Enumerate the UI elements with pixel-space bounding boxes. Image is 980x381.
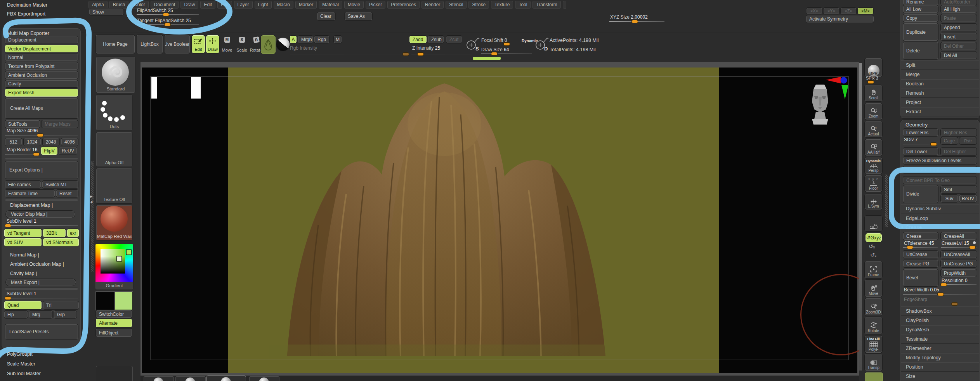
map-size-option-button[interactable]: 512 [5, 138, 22, 145]
menu-item[interactable]: Stencil [446, 1, 467, 9]
menu-item[interactable]: Movie [344, 1, 364, 9]
current-stroke-tile[interactable]: Dots [96, 94, 133, 131]
menu-item[interactable]: Marker [295, 1, 317, 9]
subtool-section-row[interactable]: Merge [901, 70, 979, 79]
rotate-z-icon[interactable]: ↺z [870, 252, 876, 258]
polyframe-button[interactable]: Line Fill PolyF [865, 336, 882, 353]
main-color-swatch[interactable] [96, 292, 114, 310]
subtool-thumb[interactable] [144, 376, 174, 381]
dynamic-brush-badge[interactable]: D [534, 36, 550, 54]
subtool-section-row[interactable]: Split [901, 61, 979, 70]
all-low-button[interactable]: All Low [903, 5, 938, 13]
geometry-section-row[interactable]: ZRemesher [901, 344, 979, 353]
crease-button[interactable]: Crease [903, 232, 938, 240]
left-tray-resize-gutter[interactable] [91, 161, 94, 272]
current-material-sphere[interactable] [276, 38, 290, 51]
geometry-section-row[interactable]: DynaMesh [901, 325, 979, 334]
subtool-section-row[interactable]: Remesh [901, 88, 979, 98]
displacement-button[interactable]: Displacement [5, 36, 78, 43]
suv-button[interactable]: Suv [941, 195, 958, 202]
cage-button[interactable]: Cage [941, 137, 958, 144]
move-3d-button[interactable]: Move [865, 280, 882, 297]
map-size-option-button[interactable]: 2048 [43, 138, 59, 145]
xpose-button[interactable] [865, 372, 883, 381]
append-button[interactable]: Append [941, 24, 977, 31]
secondary-color-swatch[interactable] [114, 292, 133, 310]
menu-item[interactable]: Tool [515, 1, 531, 9]
current-alpha-tile[interactable]: Alpha Off [96, 132, 133, 167]
scroll-button[interactable]: Scroll [865, 85, 882, 101]
menu-item[interactable]: Alpha [88, 1, 108, 9]
subdiv-level-slider-track[interactable] [5, 225, 78, 226]
mesh-export-section[interactable]: Mesh Export | [6, 279, 76, 286]
divide-button[interactable]: Divide [903, 185, 938, 203]
reset-button[interactable]: Reset [56, 190, 78, 197]
move-button[interactable]: M Move [220, 35, 234, 53]
uncrease-all-button[interactable]: UnCreaseAll [941, 251, 977, 258]
menu-item[interactable]: Render [421, 1, 444, 9]
zsub-button[interactable]: Zsub [428, 36, 444, 43]
aahalf-button[interactable]: AAHalf [865, 139, 882, 156]
sculpt-canvas[interactable] [140, 62, 859, 381]
crease-pg-button[interactable]: Crease PG [903, 260, 938, 267]
export-mesh-button[interactable]: Export Mesh [5, 89, 78, 97]
create-all-maps-button[interactable]: Create All Maps [5, 98, 78, 118]
tangent-flipandswitch-slider-handle[interactable] [165, 23, 170, 26]
quad-button[interactable]: Quad [4, 301, 42, 309]
bevel-width-slider-handle[interactable] [938, 293, 944, 296]
del-lower-button[interactable]: Del Lower [903, 148, 938, 155]
draw-button[interactable]: Draw [206, 35, 219, 53]
bpr-render-button[interactable]: BPR [865, 58, 882, 77]
menu-item[interactable]: Macro [274, 1, 293, 9]
rename-button[interactable]: Rename [903, 0, 938, 5]
menu-item[interactable]: Brush [109, 1, 128, 9]
subtool-section-row[interactable]: Project [901, 98, 979, 107]
mrg-button[interactable]: Mrg [29, 311, 52, 318]
ctolerance-slider-handle[interactable] [907, 246, 913, 249]
geometry-section-row[interactable]: Position [901, 362, 979, 372]
palette-bottom-tile[interactable] [96, 366, 133, 381]
draw-size-slider-handle[interactable] [491, 52, 497, 55]
polymesh-preview-button[interactable] [261, 35, 276, 54]
vd-exr-button[interactable]: exr [67, 229, 79, 237]
subtool-thumb[interactable] [175, 376, 206, 381]
map-size-option-button[interactable]: 4096 [61, 138, 78, 145]
vd-tangent-button[interactable]: vd Tangent [4, 229, 42, 237]
merge-maps-button[interactable]: Merge Maps [42, 120, 78, 128]
lightbox-button[interactable]: LightBox [137, 35, 163, 54]
geometry-section-row[interactable]: ClayPolish [901, 316, 979, 325]
menu-item[interactable]: Draw [180, 1, 198, 9]
map-size-slider-handle[interactable] [37, 134, 43, 137]
multi-map-exporter-title[interactable]: Multi Map Exporter [7, 30, 49, 36]
menu-item-fbx-exportimport[interactable]: FBX ExportImport [7, 11, 45, 17]
switch-mt-button[interactable]: Switch MT [42, 181, 78, 188]
gxyz-button[interactable]: ↺Gxyz [866, 233, 882, 242]
focal-shift-brush-badge[interactable]: S [465, 36, 480, 54]
frame-button[interactable]: Frame [865, 261, 882, 278]
menu-item[interactable]: Material [319, 1, 342, 9]
insert-button[interactable]: Insert [941, 33, 977, 40]
file-names-button[interactable]: File names [5, 181, 41, 188]
symmetry-x-button[interactable]: >X< [807, 8, 822, 14]
ambient-occlusion-map-section[interactable]: Ambient Occlusion Map | [10, 262, 64, 267]
show-button[interactable]: Show [89, 9, 123, 15]
mrgb-button[interactable]: Mrgb [298, 36, 313, 43]
menu-item[interactable]: Stroke [468, 1, 489, 9]
local-symmetry-button[interactable]: L.Sym [865, 194, 882, 210]
normal-button[interactable]: Normal [5, 54, 78, 61]
map-size-option-button[interactable]: 1024 [24, 138, 40, 145]
flipv-button[interactable]: FlipV [41, 147, 57, 155]
menu-item-subtool-master[interactable]: SubTool Master [7, 371, 41, 376]
displacement-map-section[interactable]: Displacement Map | [10, 203, 53, 208]
crease-all-button[interactable]: CreaseAll [941, 232, 977, 240]
symmetry-z-button[interactable]: >Z< [841, 8, 856, 14]
vd-snormals-button[interactable]: vd SNormals [43, 238, 79, 246]
flipandswitch-slider-handle[interactable] [163, 13, 169, 16]
menu-item[interactable]: Transform [532, 1, 560, 9]
crease-section-title[interactable]: Crease [905, 224, 922, 230]
current-brush-tile[interactable]: Standard [96, 56, 135, 93]
uncrease-button[interactable]: UnCrease [903, 251, 938, 258]
vd-suv-button[interactable]: vd SUV [4, 238, 42, 246]
dynamic-subdiv-section-row[interactable]: Dynamic Subdiv [901, 204, 979, 213]
canvas-right-edge-bar[interactable] [859, 63, 862, 371]
